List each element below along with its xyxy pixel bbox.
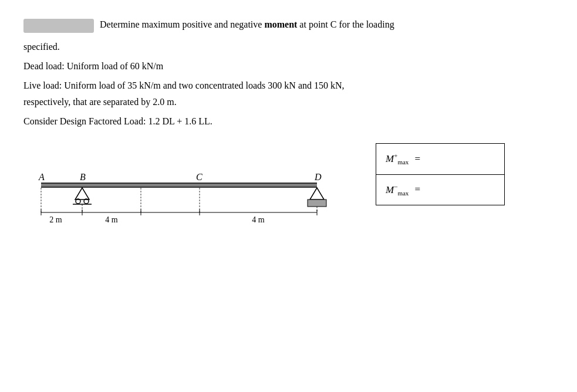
header-text: Determine maximum positive and negative … xyxy=(100,18,394,32)
dim-label-cd: 4 m xyxy=(252,215,265,224)
answer-box: M+max = M−max = xyxy=(376,143,505,205)
diagram-answer-row: A B C D 2 m xyxy=(23,143,554,237)
live-load-text: Live load: Uniform load of 35 kN/m and t… xyxy=(23,77,554,109)
specified-text: specified. xyxy=(23,39,554,55)
support-d-base xyxy=(308,200,326,207)
m-minus-equals: = xyxy=(412,184,420,195)
design-load-text: Consider Design Factored Load: 1.2 DL + … xyxy=(23,113,554,129)
point-c-label: C xyxy=(196,172,203,182)
m-plus-row: M+max = xyxy=(376,144,504,174)
header-row: Determine maximum positive and negative … xyxy=(23,18,554,33)
dim-label-ab: 2 m xyxy=(49,215,62,224)
dim-label-bc-left: 4 m xyxy=(105,215,118,224)
point-b-label: B xyxy=(80,172,86,182)
beam-diagram-container: A B C D 2 m xyxy=(23,143,358,237)
dead-load-text: Dead load: Uniform load of 60 kN/m xyxy=(23,58,554,74)
beam-body xyxy=(41,183,317,187)
support-b-triangle xyxy=(75,188,89,200)
m-minus-row: M−max = xyxy=(376,174,504,205)
m-plus-equals: = xyxy=(412,153,420,165)
m-plus-label: M+max xyxy=(386,152,409,165)
support-d-triangle xyxy=(310,188,324,200)
point-a-label: A xyxy=(38,172,45,182)
gray-placeholder-box xyxy=(23,19,94,33)
beam-diagram-svg: A B C D 2 m xyxy=(23,143,358,237)
point-d-label: D xyxy=(314,172,322,182)
m-minus-label: M−max xyxy=(386,183,409,197)
